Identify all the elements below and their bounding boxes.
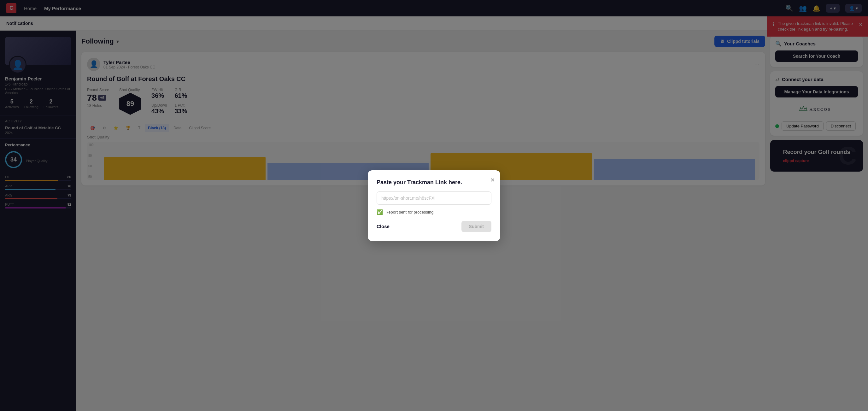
trackman-modal: Paste your Trackman Link here. × ✅ Repor… xyxy=(368,170,500,241)
success-check-icon: ✅ xyxy=(377,209,383,215)
modal-title: Paste your Trackman Link here. xyxy=(377,179,491,186)
modal-overlay: Paste your Trackman Link here. × ✅ Repor… xyxy=(0,0,868,411)
trackman-link-input[interactable] xyxy=(377,191,491,205)
modal-close-button[interactable]: Close xyxy=(377,224,390,229)
modal-success-message: ✅ Report sent for processing xyxy=(377,209,491,215)
modal-footer: Close Submit xyxy=(377,221,491,232)
modal-close-icon-button[interactable]: × xyxy=(491,176,495,184)
modal-submit-button[interactable]: Submit xyxy=(461,221,491,232)
